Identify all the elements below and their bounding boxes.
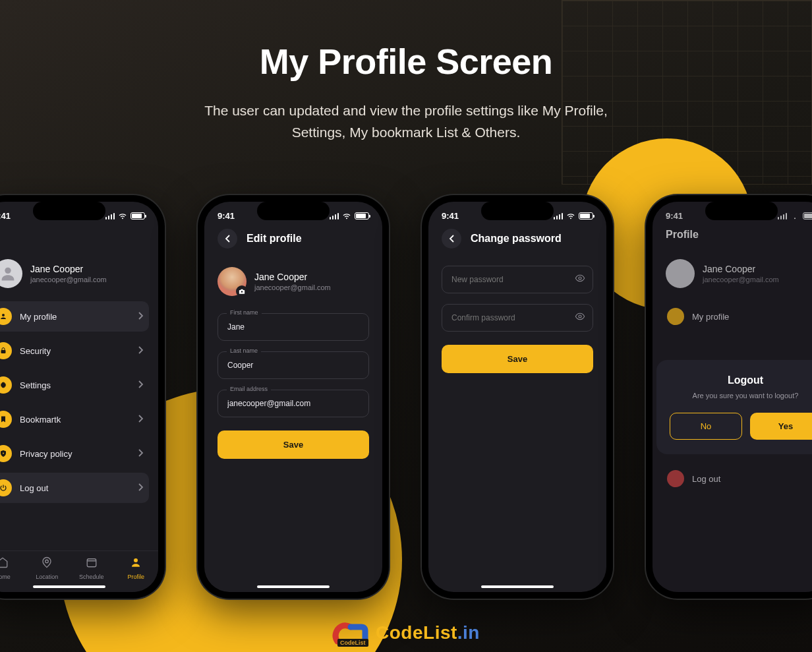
- chevron-right-icon: [138, 413, 144, 425]
- nav-schedule[interactable]: Schedule: [69, 556, 114, 580]
- power-icon: [0, 479, 12, 496]
- user-icon: [130, 556, 142, 571]
- device-notch: [705, 202, 778, 220]
- menu-item-settings[interactable]: Settings: [0, 370, 149, 400]
- battery-icon: [130, 212, 145, 220]
- chevron-right-icon: [138, 311, 144, 322]
- battery-icon: [579, 212, 593, 220]
- new-password-input[interactable]: [442, 266, 593, 293]
- confirm-password-input[interactable]: [442, 304, 593, 332]
- modal-title: Logout: [670, 374, 812, 386]
- nav-home[interactable]: Home: [0, 556, 25, 580]
- device-notch: [33, 202, 105, 220]
- battery-icon: [355, 212, 369, 220]
- wifi-icon: [566, 213, 575, 220]
- new-password-field-wrap: [442, 266, 593, 293]
- device-notch: [257, 202, 330, 220]
- chevron-right-icon: [138, 482, 144, 494]
- profile-name: Jane Cooper: [30, 264, 107, 274]
- menu-item-bookmark[interactable]: Bookmartk: [0, 404, 149, 434]
- wifi-icon: [342, 213, 351, 220]
- edit-form: First name Last name Email address Save: [204, 309, 382, 463]
- menu-label: Log out: [20, 483, 130, 493]
- status-time: 9:41: [0, 211, 11, 221]
- user-icon: [0, 264, 17, 283]
- chevron-left-icon: [449, 235, 454, 243]
- home-indicator: [33, 585, 105, 588]
- yes-button[interactable]: Yes: [750, 413, 812, 440]
- modal-message: Are you sure you want to logout?: [670, 392, 812, 400]
- gear-icon: [0, 376, 12, 394]
- camera-button[interactable]: [236, 285, 248, 297]
- status-time: 9:41: [442, 211, 459, 221]
- hero-subtitle-line2: Settings, My bookmark List & Others.: [292, 125, 521, 140]
- first-name-label: First name: [227, 309, 262, 316]
- last-name-field-wrap: Last name: [218, 351, 369, 379]
- save-button[interactable]: Save: [218, 430, 369, 459]
- profile-menu: My profile Security Settings Bookmartk: [0, 301, 158, 503]
- menu-label: Settings: [20, 380, 130, 390]
- back-button[interactable]: [218, 229, 237, 249]
- nav-label: Location: [36, 574, 58, 580]
- profile-email: janecooper@gmail.com: [254, 283, 331, 291]
- shield-icon: [0, 445, 12, 462]
- home-indicator: [257, 585, 330, 588]
- status-time: 9:41: [218, 211, 235, 221]
- email-input[interactable]: [218, 390, 369, 417]
- page-header: Edit profile: [204, 223, 382, 258]
- svg-point-8: [241, 291, 243, 293]
- nav-profile[interactable]: Profile: [114, 556, 159, 580]
- password-form: Save: [428, 262, 606, 377]
- menu-item-security[interactable]: Security: [0, 336, 149, 366]
- location-icon: [41, 556, 53, 571]
- eye-icon: [575, 273, 585, 283]
- first-name-input[interactable]: [218, 313, 369, 341]
- calendar-icon: [86, 556, 98, 571]
- last-name-label: Last name: [227, 347, 261, 354]
- back-button[interactable]: [442, 229, 461, 249]
- page-title: Change password: [471, 233, 562, 245]
- menu-item-my-profile[interactable]: My profile: [0, 301, 149, 332]
- signal-icon: [105, 213, 115, 220]
- lock-icon: [0, 342, 12, 359]
- profile-email: janecooper@gmail.com: [30, 276, 107, 283]
- toggle-visibility-button[interactable]: [575, 311, 585, 324]
- brand-sub-label: CodeList: [337, 639, 368, 647]
- svg-rect-6: [87, 559, 96, 567]
- hero-subtitle: The user can updated and view the profil…: [0, 100, 812, 143]
- chevron-right-icon: [138, 345, 144, 357]
- svg-point-5: [45, 560, 49, 563]
- chevron-right-icon: [138, 448, 144, 459]
- svg-rect-2: [1, 350, 6, 353]
- nav-label: Profile: [127, 574, 144, 580]
- svg-point-1: [2, 314, 5, 316]
- menu-label: Security: [20, 346, 130, 356]
- svg-point-9: [579, 277, 581, 280]
- avatar-image[interactable]: [218, 267, 246, 296]
- profile-block: Jane Cooper janecooper@gmail.com: [0, 250, 158, 301]
- menu-item-privacy[interactable]: Privacy policy: [0, 438, 149, 469]
- menu-label: My profile: [20, 312, 130, 322]
- no-button[interactable]: No: [670, 413, 742, 440]
- wifi-icon: [118, 213, 127, 220]
- phone-mockup-change-password: 9:41 Change password: [422, 195, 613, 599]
- signal-icon: [554, 213, 564, 220]
- toggle-visibility-button[interactable]: [575, 273, 585, 286]
- brand-logo: CodeList CodeList.in: [332, 620, 480, 645]
- menu-item-logout[interactable]: Log out: [0, 473, 149, 503]
- last-name-input[interactable]: [218, 351, 369, 379]
- eye-icon: [575, 311, 585, 322]
- nav-label: Home: [0, 574, 11, 580]
- first-name-field-wrap: First name: [218, 313, 369, 341]
- svg-point-4: [3, 453, 4, 454]
- phone-mockup-logout: 9:41 Profile Jane Cooperjanecooper@gmail…: [646, 195, 812, 599]
- nav-location[interactable]: Location: [25, 556, 70, 580]
- email-field-wrap: Email address: [218, 390, 369, 417]
- save-button[interactable]: Save: [442, 345, 593, 373]
- menu-label: Privacy policy: [20, 449, 130, 459]
- menu-label: Bookmartk: [20, 415, 130, 425]
- signal-icon: [330, 213, 339, 220]
- brand-text: CodeList.in: [376, 622, 480, 643]
- nav-label: Schedule: [79, 574, 104, 580]
- email-label: Email address: [227, 386, 271, 392]
